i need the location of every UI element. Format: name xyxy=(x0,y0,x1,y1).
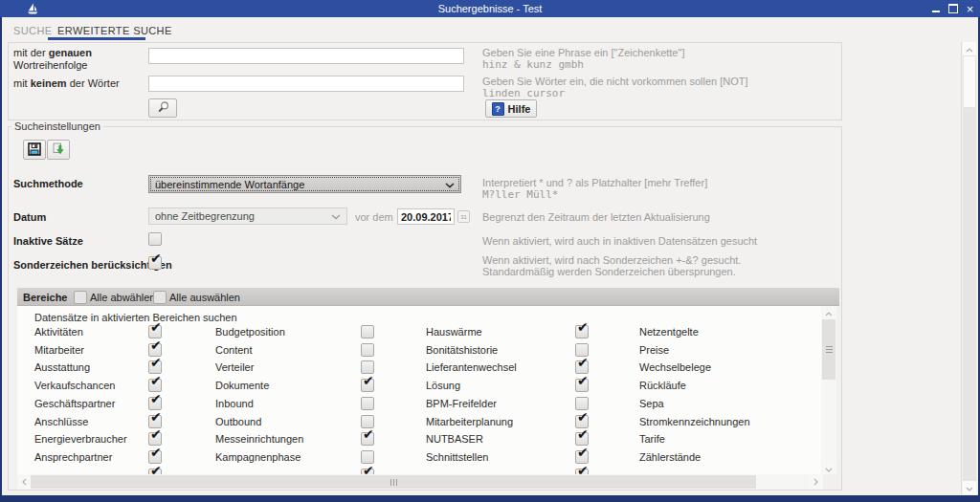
suchmethode-hint-example: M?ller Müll* xyxy=(482,188,558,201)
datum-label: Datum xyxy=(13,211,46,223)
select-all-checkbox[interactable]: ✔ xyxy=(153,291,167,304)
area-label: Sepa xyxy=(639,398,664,409)
suchmethode-value: übereinstimmende Wortanfänge xyxy=(155,179,445,190)
area-checkbox[interactable]: ✔ xyxy=(361,432,374,446)
none-of-words-hint-example: linden cursor xyxy=(482,87,565,99)
floppy-disk-icon xyxy=(28,142,41,158)
content-scrollbar-divider xyxy=(961,42,962,494)
scroll-up-button[interactable] xyxy=(821,306,836,318)
area-label: Lieferantenwechsel xyxy=(426,361,517,373)
outer-scroll-up-button[interactable] xyxy=(963,42,976,55)
area-label: Geschäftspartner xyxy=(34,398,115,409)
area-checkbox[interactable]: ✔ xyxy=(575,432,589,446)
suchmethode-combobox[interactable]: übereinstimmende Wortanfänge xyxy=(148,175,461,193)
area-label: Ansprechpartner xyxy=(34,451,112,463)
maximize-button[interactable] xyxy=(947,3,959,14)
chevron-down-icon xyxy=(331,210,341,222)
inaktive-saetze-checkbox[interactable]: ✔ xyxy=(148,232,162,246)
vor-dem-label: vor dem xyxy=(355,211,393,223)
chevron-right-icon xyxy=(813,476,818,488)
settings-legend: Sucheinstellungen xyxy=(11,120,103,132)
area-checkbox[interactable]: ✔ xyxy=(575,450,589,464)
area-label: Aktivitäten xyxy=(34,326,83,338)
area-checkbox[interactable]: ✔ xyxy=(361,450,374,464)
inaktive-saetze-label: Inaktive Sätze xyxy=(13,235,83,247)
close-button[interactable]: × xyxy=(964,3,976,14)
save-search-button[interactable] xyxy=(23,140,46,160)
area-checkbox[interactable]: ✔ xyxy=(361,325,374,338)
area-label: Tarife xyxy=(639,433,665,445)
area-label: Schnittstellen xyxy=(426,451,488,463)
area-checkbox[interactable]: ✔ xyxy=(148,450,162,464)
area-checkbox[interactable]: ✔ xyxy=(575,397,589,410)
area-checkbox[interactable]: ✔ xyxy=(148,325,162,338)
chevron-left-icon xyxy=(22,476,27,488)
area-label: Outbound xyxy=(215,416,261,427)
none-of-words-input[interactable] xyxy=(148,76,464,92)
area-label: Anschlüsse xyxy=(34,416,88,427)
area-checkbox[interactable]: ✔ xyxy=(575,379,589,392)
close-icon: × xyxy=(967,2,974,16)
date-input[interactable] xyxy=(397,208,455,225)
area-checkbox[interactable]: ✔ xyxy=(148,379,162,392)
select-all-label: Alle auswählen xyxy=(169,292,240,303)
areas-vertical-scrollbar[interactable] xyxy=(821,306,836,474)
scroll-right-button[interactable] xyxy=(809,474,823,490)
help-button[interactable]: ? Hilfe xyxy=(485,99,537,118)
magnifier-icon xyxy=(156,100,170,117)
tab-erweiterte-suche[interactable]: ERWEITERTE SUCHE xyxy=(57,25,172,36)
inaktive-saetze-hint: Wenn aktiviert, wird auch in inaktiven D… xyxy=(482,235,757,247)
maximize-icon xyxy=(948,4,958,13)
exact-phrase-label: mit der genauen Wortreihenfolge xyxy=(13,47,92,72)
tab-suche[interactable]: SUCHE xyxy=(13,25,53,36)
window-border-bottom xyxy=(0,495,980,502)
app-window: Suchergebnisse - Test × SUCHE ERWEITERTE… xyxy=(0,0,980,502)
bereiche-subtitle: Datensätze in aktivierten Bereichen such… xyxy=(34,312,237,323)
area-checkbox[interactable]: ✔ xyxy=(148,432,162,446)
calendar-icon: 31 xyxy=(460,214,467,220)
scroll-left-button[interactable] xyxy=(17,474,31,490)
area-checkbox[interactable]: ✔ xyxy=(361,397,374,410)
area-checkbox[interactable]: ✔ xyxy=(361,379,374,392)
deselect-all-label: Alle abwählen xyxy=(90,292,156,303)
scrollbar-grip-icon xyxy=(826,345,833,354)
search-button[interactable] xyxy=(148,98,177,118)
scroll-down-button[interactable] xyxy=(821,462,836,474)
area-label: Netzentgelte xyxy=(639,326,699,338)
page-vertical-scrollbar[interactable] xyxy=(963,42,976,494)
area-label: Content xyxy=(215,344,253,356)
area-checkbox[interactable]: ✔ xyxy=(361,343,374,357)
exact-phrase-input[interactable] xyxy=(148,48,464,64)
horizontal-scrollbar-thumb[interactable] xyxy=(31,475,756,489)
active-tab-underline xyxy=(48,37,145,40)
datum-combobox[interactable]: ohne Zeitbegrenzung xyxy=(148,207,347,225)
area-checkbox[interactable]: ✔ xyxy=(575,360,589,374)
area-label: NUTBASER xyxy=(426,433,483,445)
outer-scroll-down-button[interactable] xyxy=(963,481,976,494)
calendar-button[interactable]: 31 xyxy=(457,210,470,223)
area-checkbox[interactable]: ✔ xyxy=(575,325,589,338)
area-label: Mitarbeiter xyxy=(34,344,84,356)
area-label: Energieverbraucher xyxy=(34,433,127,445)
none-of-words-hint: Geben Sie Wörter ein, die nicht vorkomme… xyxy=(482,76,748,87)
help-book-icon: ? xyxy=(492,102,504,116)
none-of-words-label: mit keinem der Wörter xyxy=(13,77,120,90)
phrase-hint-example: hinz & kunz gmbh xyxy=(482,58,584,71)
area-checkbox[interactable]: ✔ xyxy=(361,360,374,374)
sonderzeichen-hint-line1: Wenn aktiviert, wird nach Sonderzeichen … xyxy=(482,254,741,266)
sonderzeichen-checkbox[interactable]: ✔ xyxy=(148,256,162,270)
area-checkbox[interactable]: ✔ xyxy=(148,360,162,374)
deselect-all-checkbox[interactable]: ✔ xyxy=(74,291,87,304)
area-label: Inbound xyxy=(215,398,254,409)
area-label: Messeinrichtungen xyxy=(215,433,303,445)
bereiche-grid: Datensätze in aktivierten Bereichen such… xyxy=(17,306,821,474)
area-checkbox[interactable]: ✔ xyxy=(148,397,162,410)
area-label: Ausstattung xyxy=(34,361,90,373)
area-label: Mitarbeiterplanung xyxy=(426,416,513,427)
areas-horizontal-scrollbar[interactable] xyxy=(17,474,823,490)
load-search-button[interactable] xyxy=(47,140,70,160)
vertical-scrollbar-thumb[interactable] xyxy=(822,319,835,380)
outer-vertical-scrollbar-thumb[interactable] xyxy=(963,55,976,108)
minimize-button[interactable] xyxy=(929,3,942,14)
window-border-left xyxy=(0,0,2,502)
